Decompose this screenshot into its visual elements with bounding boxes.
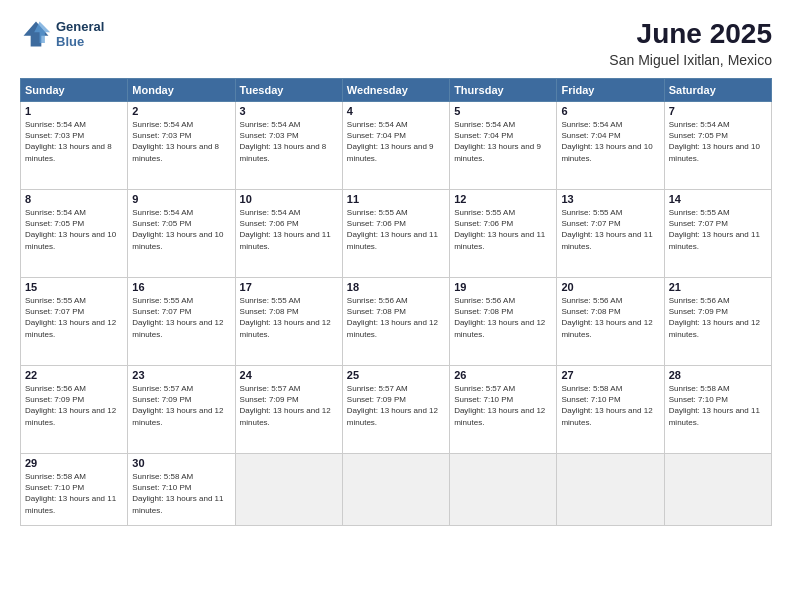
day-info: Sunrise: 5:56 AMSunset: 7:08 PMDaylight:… [561, 295, 659, 340]
day-info: Sunrise: 5:55 AMSunset: 7:07 PMDaylight:… [561, 207, 659, 252]
calendar-week-row: 15Sunrise: 5:55 AMSunset: 7:07 PMDayligh… [21, 278, 772, 366]
day-info: Sunrise: 5:54 AMSunset: 7:04 PMDaylight:… [347, 119, 445, 164]
table-row: 14Sunrise: 5:55 AMSunset: 7:07 PMDayligh… [664, 190, 771, 278]
header-thursday: Thursday [450, 79, 557, 102]
table-row: 1Sunrise: 5:54 AMSunset: 7:03 PMDaylight… [21, 102, 128, 190]
day-number: 28 [669, 369, 767, 381]
day-number: 23 [132, 369, 230, 381]
table-row: 29Sunrise: 5:58 AMSunset: 7:10 PMDayligh… [21, 454, 128, 526]
table-row: 11Sunrise: 5:55 AMSunset: 7:06 PMDayligh… [342, 190, 449, 278]
day-info: Sunrise: 5:54 AMSunset: 7:03 PMDaylight:… [25, 119, 123, 164]
table-row: 7Sunrise: 5:54 AMSunset: 7:05 PMDaylight… [664, 102, 771, 190]
day-number: 22 [25, 369, 123, 381]
calendar: Sunday Monday Tuesday Wednesday Thursday… [20, 78, 772, 526]
calendar-header-row: Sunday Monday Tuesday Wednesday Thursday… [21, 79, 772, 102]
table-row [235, 454, 342, 526]
day-info: Sunrise: 5:56 AMSunset: 7:09 PMDaylight:… [25, 383, 123, 428]
title-area: June 2025 San Miguel Ixitlan, Mexico [609, 18, 772, 68]
logo-line1: General [56, 19, 104, 34]
day-number: 9 [132, 193, 230, 205]
day-number: 12 [454, 193, 552, 205]
location-title: San Miguel Ixitlan, Mexico [609, 52, 772, 68]
table-row: 3Sunrise: 5:54 AMSunset: 7:03 PMDaylight… [235, 102, 342, 190]
table-row [557, 454, 664, 526]
day-info: Sunrise: 5:56 AMSunset: 7:08 PMDaylight:… [347, 295, 445, 340]
day-number: 5 [454, 105, 552, 117]
logo-icon [20, 18, 52, 50]
table-row: 18Sunrise: 5:56 AMSunset: 7:08 PMDayligh… [342, 278, 449, 366]
day-number: 16 [132, 281, 230, 293]
day-info: Sunrise: 5:54 AMSunset: 7:05 PMDaylight:… [132, 207, 230, 252]
header-sunday: Sunday [21, 79, 128, 102]
day-number: 2 [132, 105, 230, 117]
day-info: Sunrise: 5:54 AMSunset: 7:05 PMDaylight:… [25, 207, 123, 252]
table-row: 26Sunrise: 5:57 AMSunset: 7:10 PMDayligh… [450, 366, 557, 454]
day-number: 21 [669, 281, 767, 293]
table-row: 13Sunrise: 5:55 AMSunset: 7:07 PMDayligh… [557, 190, 664, 278]
day-number: 27 [561, 369, 659, 381]
day-info: Sunrise: 5:58 AMSunset: 7:10 PMDaylight:… [25, 471, 123, 516]
table-row: 9Sunrise: 5:54 AMSunset: 7:05 PMDaylight… [128, 190, 235, 278]
table-row [342, 454, 449, 526]
day-info: Sunrise: 5:56 AMSunset: 7:08 PMDaylight:… [454, 295, 552, 340]
table-row: 4Sunrise: 5:54 AMSunset: 7:04 PMDaylight… [342, 102, 449, 190]
day-number: 6 [561, 105, 659, 117]
table-row: 28Sunrise: 5:58 AMSunset: 7:10 PMDayligh… [664, 366, 771, 454]
table-row: 17Sunrise: 5:55 AMSunset: 7:08 PMDayligh… [235, 278, 342, 366]
day-info: Sunrise: 5:54 AMSunset: 7:04 PMDaylight:… [454, 119, 552, 164]
table-row: 20Sunrise: 5:56 AMSunset: 7:08 PMDayligh… [557, 278, 664, 366]
table-row: 12Sunrise: 5:55 AMSunset: 7:06 PMDayligh… [450, 190, 557, 278]
logo: General Blue [20, 18, 104, 50]
day-number: 29 [25, 457, 123, 469]
month-title: June 2025 [609, 18, 772, 50]
day-info: Sunrise: 5:57 AMSunset: 7:10 PMDaylight:… [454, 383, 552, 428]
logo-line2: Blue [56, 34, 104, 49]
day-info: Sunrise: 5:55 AMSunset: 7:07 PMDaylight:… [132, 295, 230, 340]
day-number: 11 [347, 193, 445, 205]
table-row: 2Sunrise: 5:54 AMSunset: 7:03 PMDaylight… [128, 102, 235, 190]
day-number: 17 [240, 281, 338, 293]
day-info: Sunrise: 5:57 AMSunset: 7:09 PMDaylight:… [347, 383, 445, 428]
table-row: 8Sunrise: 5:54 AMSunset: 7:05 PMDaylight… [21, 190, 128, 278]
header-tuesday: Tuesday [235, 79, 342, 102]
day-info: Sunrise: 5:55 AMSunset: 7:07 PMDaylight:… [669, 207, 767, 252]
day-info: Sunrise: 5:58 AMSunset: 7:10 PMDaylight:… [561, 383, 659, 428]
table-row [664, 454, 771, 526]
day-info: Sunrise: 5:54 AMSunset: 7:03 PMDaylight:… [132, 119, 230, 164]
day-number: 1 [25, 105, 123, 117]
day-info: Sunrise: 5:58 AMSunset: 7:10 PMDaylight:… [132, 471, 230, 516]
table-row: 5Sunrise: 5:54 AMSunset: 7:04 PMDaylight… [450, 102, 557, 190]
day-info: Sunrise: 5:55 AMSunset: 7:06 PMDaylight:… [454, 207, 552, 252]
day-number: 15 [25, 281, 123, 293]
calendar-week-row: 1Sunrise: 5:54 AMSunset: 7:03 PMDaylight… [21, 102, 772, 190]
day-number: 20 [561, 281, 659, 293]
page: General Blue June 2025 San Miguel Ixitla… [0, 0, 792, 612]
header-friday: Friday [557, 79, 664, 102]
day-info: Sunrise: 5:55 AMSunset: 7:07 PMDaylight:… [25, 295, 123, 340]
day-info: Sunrise: 5:54 AMSunset: 7:06 PMDaylight:… [240, 207, 338, 252]
day-info: Sunrise: 5:57 AMSunset: 7:09 PMDaylight:… [240, 383, 338, 428]
table-row: 15Sunrise: 5:55 AMSunset: 7:07 PMDayligh… [21, 278, 128, 366]
header-monday: Monday [128, 79, 235, 102]
day-number: 19 [454, 281, 552, 293]
day-info: Sunrise: 5:54 AMSunset: 7:04 PMDaylight:… [561, 119, 659, 164]
table-row: 24Sunrise: 5:57 AMSunset: 7:09 PMDayligh… [235, 366, 342, 454]
table-row [450, 454, 557, 526]
logo-text: General Blue [56, 19, 104, 49]
day-info: Sunrise: 5:54 AMSunset: 7:03 PMDaylight:… [240, 119, 338, 164]
table-row: 22Sunrise: 5:56 AMSunset: 7:09 PMDayligh… [21, 366, 128, 454]
day-info: Sunrise: 5:56 AMSunset: 7:09 PMDaylight:… [669, 295, 767, 340]
table-row: 30Sunrise: 5:58 AMSunset: 7:10 PMDayligh… [128, 454, 235, 526]
day-info: Sunrise: 5:55 AMSunset: 7:06 PMDaylight:… [347, 207, 445, 252]
day-info: Sunrise: 5:57 AMSunset: 7:09 PMDaylight:… [132, 383, 230, 428]
table-row: 6Sunrise: 5:54 AMSunset: 7:04 PMDaylight… [557, 102, 664, 190]
table-row: 10Sunrise: 5:54 AMSunset: 7:06 PMDayligh… [235, 190, 342, 278]
header-wednesday: Wednesday [342, 79, 449, 102]
table-row: 25Sunrise: 5:57 AMSunset: 7:09 PMDayligh… [342, 366, 449, 454]
day-number: 14 [669, 193, 767, 205]
header: General Blue June 2025 San Miguel Ixitla… [20, 18, 772, 68]
header-saturday: Saturday [664, 79, 771, 102]
day-number: 4 [347, 105, 445, 117]
table-row: 19Sunrise: 5:56 AMSunset: 7:08 PMDayligh… [450, 278, 557, 366]
day-number: 25 [347, 369, 445, 381]
